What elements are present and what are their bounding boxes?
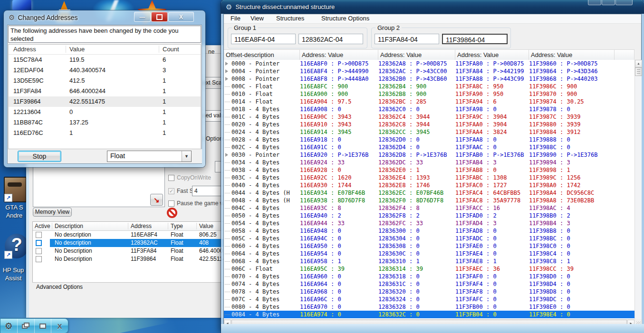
struct-row[interactable]: 0034 - 4 Bytes116EA924 : 33128362DC : 33…	[224, 159, 634, 166]
menu-structures[interactable]: Structures	[276, 15, 304, 22]
struct-address-value-cell[interactable]: 116EA93C : 8	[300, 204, 378, 212]
struct-address-value-cell[interactable]: 12836308 : 0	[378, 242, 455, 250]
struct-address-value-cell[interactable]: 11F3FAE4 : 0	[455, 250, 529, 257]
maximize-button[interactable]	[151, 12, 168, 22]
struct-address-value-cell[interactable]: 11F39864 : P->43D346	[529, 67, 634, 75]
minimize-button[interactable]: —	[134, 12, 151, 22]
struct-address-value-cell[interactable]: 116EA908 : 0	[300, 105, 378, 113]
struct-address-value-cell[interactable]: 116EA930 : 1744	[300, 181, 378, 189]
struct-row[interactable]: 0004 - Pointer116EA8F4 : P->444990128362…	[224, 67, 634, 75]
struct-row[interactable]: 0054 - 4 Bytes116EA944 : 33128362FC : 33…	[224, 219, 634, 227]
active-checkbox[interactable]	[36, 240, 42, 246]
struct-address-value-cell[interactable]: 12836310 : 1	[378, 257, 455, 265]
struct-address-value-cell[interactable]: 11F3988C : 0	[529, 143, 634, 151]
struct-address-value-cell[interactable]: 116EA920 : P->1E376B	[300, 151, 378, 159]
struct-row[interactable]: 0064 - 4 Bytes116EA954 : 01283630C : 011…	[224, 250, 634, 257]
struct-address-value-cell[interactable]: 11F398C0 : 0	[529, 242, 634, 250]
struct-address-value-cell[interactable]: 116EA950 : 0	[300, 242, 378, 250]
col-address-value-1[interactable]: Address: Value	[300, 50, 378, 60]
vertical-scrollbar-thumb[interactable]	[635, 67, 642, 76]
struct-address-value-cell[interactable]: 11F3FB00 : 0	[455, 303, 529, 311]
struct-address-value-cell[interactable]: 11F3FAD8 : 0	[455, 227, 529, 235]
copyonwrite-checkbox[interactable]	[168, 175, 174, 181]
struct-address-value-cell[interactable]: 116EA910 : 3943	[300, 121, 378, 128]
scroll-up-arrow[interactable]: ▲	[635, 60, 642, 67]
address-list-row[interactable]: No description116EA8F4Float806.25	[33, 231, 224, 239]
struct-address-value-cell[interactable]: 11F398E4 : 0	[529, 311, 634, 318]
struct-address-value-cell[interactable]: 128362FC : 33	[378, 219, 455, 227]
struct-row[interactable]: 0030 - Pointer116EA920 : P->1E376B128362…	[224, 151, 634, 159]
struct-row[interactable]: 0040 - 4 Bytes116EA930 : 1744128362E8 : …	[224, 181, 634, 189]
struct-address-value-cell[interactable]: 11F39860 : P->00D875	[529, 60, 634, 67]
struct-address-value-cell[interactable]: 128362B8 : 900	[378, 90, 455, 98]
struct-address-value-cell[interactable]: 11F398A8 : 73E0B2BB	[529, 197, 634, 204]
struct-address-value-cell[interactable]: 1283631C : 0	[378, 280, 455, 288]
active-checkbox[interactable]	[36, 232, 42, 238]
struct-address-value-cell[interactable]: 116EA970 : 0	[300, 303, 378, 311]
struct-address-value-cell[interactable]: 11F3FAF8 : 0	[455, 288, 529, 295]
changed-address-row[interactable]: 116ED76C11	[9, 128, 201, 138]
struct-row[interactable]: 002C - 4 Bytes116EA91C : 0128362D4 : 011…	[224, 143, 634, 151]
struct-address-value-cell[interactable]: 11F3FAB8 : 0	[455, 166, 529, 174]
struct-row[interactable]: 0048 - 4 Bytes (H116EA938 : 8D76D7F81283…	[224, 197, 634, 204]
struct-address-value-cell[interactable]: 11F3FAD4 : 3	[455, 219, 529, 227]
struct-address-value-cell[interactable]: 12836300 : 0	[378, 227, 455, 235]
group2-address-input-1[interactable]: 11F3FA84-04	[375, 34, 439, 44]
gta-shortcut-label[interactable]: GTA S Andre	[0, 203, 29, 219]
struct-address-value-cell[interactable]: 11F398BC : 0	[529, 235, 634, 242]
struct-row[interactable]: 000C - Float116EA8FC : 900128362B4 : 900…	[224, 83, 634, 90]
col-offset-description[interactable]: Offset-description	[224, 50, 300, 60]
col-value[interactable]: Value	[69, 46, 85, 53]
expand-arrow-icon[interactable]	[225, 77, 228, 81]
struct-address-value-cell[interactable]: 11F3FA90 : 950	[455, 90, 529, 98]
col-address[interactable]: Address	[13, 46, 36, 53]
memory-view-button[interactable]: Memory View	[33, 208, 72, 217]
struct-address-value-cell[interactable]: 12836304 : 0	[378, 235, 455, 242]
vertical-scrollbar[interactable]: ▲ ▼	[634, 60, 642, 327]
struct-row[interactable]: 001C - 4 Bytes116EA90C : 3943128362C4 : …	[224, 113, 634, 121]
struct-address-value-cell[interactable]: 11F3987C : 3939	[529, 113, 634, 121]
chevron-down-icon[interactable]: ▼	[182, 151, 191, 162]
struct-address-value-cell[interactable]: 116EA90C : 3943	[300, 113, 378, 121]
col-value[interactable]: Value	[199, 223, 213, 229]
struct-address-value-cell[interactable]: 128362DC : 33	[378, 159, 455, 166]
struct-address-value-cell[interactable]: 116EA95C : 39	[300, 265, 378, 273]
address-list-row[interactable]: No description128362ACFloat408	[33, 239, 224, 247]
restore-button[interactable]	[18, 319, 35, 333]
struct-address-value-cell[interactable]: 11F39888 : 0	[529, 136, 634, 143]
address-list-row[interactable]: No Description11F39864Float422.551147	[33, 255, 224, 263]
struct-address-value-cell[interactable]: 11F39874 : 30.25	[529, 98, 634, 105]
struct-address-value-cell[interactable]: 116EA928 : 0	[300, 166, 378, 174]
struct-address-value-cell[interactable]: 11F3FAC8 : 35A97778	[455, 197, 529, 204]
active-checkbox[interactable]	[36, 256, 42, 262]
struct-address-value-cell[interactable]: 116EA96C : 0	[300, 295, 378, 303]
struct-address-value-cell[interactable]: 11F3FAF4 : 0	[455, 280, 529, 288]
scan-results-panel[interactable]	[33, 164, 165, 207]
active-checkbox[interactable]	[36, 248, 42, 254]
group2-address-input-2[interactable]: 11F39864-04	[442, 34, 508, 44]
struct-address-value-cell[interactable]: 116EA918 : 0	[300, 136, 378, 143]
col-address-value-4[interactable]: Address: Value	[529, 50, 615, 60]
struct-row[interactable]: 0060 - 4 Bytes116EA950 : 012836308 : 011…	[224, 242, 634, 250]
struct-address-value-cell[interactable]: 12836324 : 0	[378, 295, 455, 303]
struct-address-value-cell[interactable]: 128362D0 : 0	[378, 136, 455, 143]
struct-address-value-cell[interactable]: 128362C0 : 0	[378, 105, 455, 113]
cheat-engine-taskbar-icon[interactable]: ⚙	[0, 319, 18, 333]
struct-address-value-cell[interactable]: 128362E8 : 1746	[378, 181, 455, 189]
hp-shortcut-label[interactable]: HP Sup Assist	[0, 266, 29, 282]
struct-address-value-cell[interactable]: 128362B0 : P->43CB60	[378, 75, 455, 83]
struct-address-value-cell[interactable]: 116EA900 : 900	[300, 90, 378, 98]
struct-address-value-cell[interactable]: 11F398C4 : 0	[529, 250, 634, 257]
struct-row[interactable]: 0008 - Pointer116EA8F8 : P->4448A0128362…	[224, 75, 634, 83]
struct-address-value-cell[interactable]: 128362D4 : 0	[378, 143, 455, 151]
changed-address-row[interactable]: 1221360401	[9, 107, 201, 117]
struct-address-value-cell[interactable]: 128362F0 : 8D76D7F8	[378, 197, 455, 204]
struct-row[interactable]: 0058 - 4 Bytes116EA948 : 012836300 : 011…	[224, 227, 634, 235]
struct-address-value-cell[interactable]: 11F398B4 : 3	[529, 219, 634, 227]
struct-address-value-cell[interactable]: 11F398C8 : 1	[529, 257, 634, 265]
col-count[interactable]: Count	[163, 46, 179, 53]
struct-address-value-cell[interactable]: 11F39884 : 3912	[529, 128, 634, 136]
struct-row[interactable]: 0044 - 4 Bytes (H116EA934 : E07BF46B1283…	[224, 189, 634, 197]
minimize-button[interactable]	[588, 0, 601, 5]
struct-address-value-cell[interactable]: 11F3FA80 : P->00D875	[455, 60, 529, 67]
